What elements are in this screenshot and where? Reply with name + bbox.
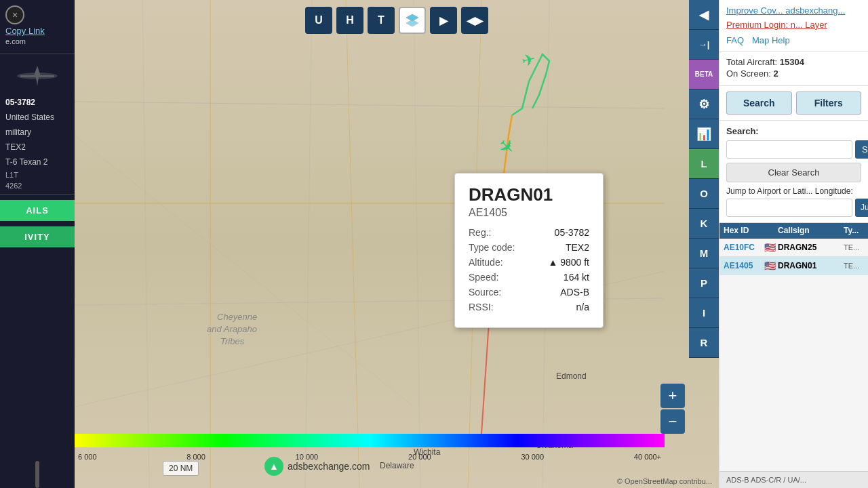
sidebar-category: military [0, 125, 75, 140]
faq-link[interactable]: FAQ [726, 35, 744, 45]
popup-type-value: TEX2 [566, 242, 589, 253]
cell-type-1: TE... [844, 262, 864, 270]
popup-speed-row: Speed: 164 kt [469, 272, 589, 283]
jump-button[interactable]: Jum... [855, 199, 868, 217]
activity-button[interactable]: IVITY [0, 226, 75, 247]
popup-rssi-value: n/a [576, 302, 589, 312]
chart-button[interactable]: 📊 [689, 119, 719, 149]
clear-search-button[interactable]: Clear Search [726, 163, 861, 182]
popup-speed-label: Speed: [469, 272, 530, 283]
map-toolbar: U H T ▶ ◀▶ [305, 7, 488, 34]
popup-reg-value: 05-3782 [555, 227, 589, 238]
svg-line-12 [414, 0, 420, 488]
layers-button[interactable] [399, 7, 426, 34]
col-hexid-header: Hex ID [724, 226, 764, 235]
on-screen-value: 2 [773, 68, 778, 79]
sidebar-layer: L1T [0, 169, 75, 180]
panel-links: FAQ Map Help [726, 35, 861, 45]
filters-tab-button[interactable]: Filters [796, 92, 862, 115]
svg-line-8 [75, 102, 665, 108]
jump-label: Jump to Airport or Lati... Longitude: [726, 186, 861, 196]
settings-button[interactable]: ⚙ [689, 89, 719, 119]
aircraft-table-body: AE10FC 🇺🇸 DRAGN25 TE... AE1405 🇺🇸 DRAGN0… [719, 239, 868, 275]
popup-type-label: Type code: [469, 242, 530, 253]
alt-label-3: 20 000 [408, 453, 431, 461]
h-button[interactable]: H [336, 7, 363, 34]
zoom-in-button[interactable]: + [660, 384, 685, 408]
close-button[interactable]: × [5, 5, 24, 24]
on-screen-stat: On Screen: 2 [726, 68, 861, 79]
svg-line-10 [142, 0, 149, 488]
panel-search-section: Search: Sea... Clear Search Jump to Airp… [719, 121, 868, 223]
right-panel-header: Improve Cov... adsbexchang... Premium Lo… [719, 0, 868, 52]
svg-marker-1 [34, 66, 41, 76]
popup-reg-label: Reg.: [469, 227, 530, 238]
cell-hexid-0: AE10FC [724, 243, 764, 252]
popup-alt-label: Altitude: [469, 257, 530, 268]
total-aircraft-stat: Total Aircraft: 15304 [726, 57, 861, 67]
map-attribution: © OpenStreetMap contribu... [617, 477, 712, 485]
adsb-logo-text: adsbexchange.com [288, 461, 370, 472]
search-input[interactable] [726, 140, 852, 159]
popup-rssi-row: RSSI: n/a [469, 302, 589, 312]
forward-button[interactable]: ▶ [430, 7, 457, 34]
svg-marker-3 [36, 77, 39, 86]
l-nav-button[interactable]: L [689, 149, 719, 179]
alt-label-5: 40 000+ [634, 453, 661, 461]
col-type-header: Ty... [844, 226, 864, 235]
cell-type-0: TE... [844, 243, 864, 251]
map-help-link[interactable]: Map Help [752, 35, 790, 45]
popup-source-value: ADS-B [560, 287, 589, 298]
jump-input[interactable] [726, 199, 852, 217]
zoom-controls: + − [660, 384, 685, 434]
adsb-logo-icon: ▲ [264, 457, 283, 476]
details-button[interactable]: AILS [0, 200, 75, 221]
svg-line-15 [75, 136, 414, 407]
k-nav-button[interactable]: K [689, 209, 719, 239]
alt-label-4: 30 000 [521, 453, 544, 461]
svg-line-11 [305, 0, 312, 488]
aircraft-table-header: Hex ID Callsign Ty... [719, 223, 868, 239]
cell-callsign-1: DRAGN01 [778, 261, 844, 270]
svg-rect-2 [20, 75, 54, 77]
cell-flag-1: 🇺🇸 [764, 260, 778, 271]
back-nav-button[interactable]: ◀ [689, 0, 719, 30]
table-row[interactable]: AE10FC 🇺🇸 DRAGN25 TE... [719, 239, 868, 257]
alt-label-0: 6 000 [78, 453, 97, 461]
col-flag-header [764, 226, 778, 235]
sidebar-divider2 [0, 194, 75, 195]
premium-login-link[interactable]: Premium Login: n... Layer [726, 20, 861, 31]
i-nav-button[interactable]: I [689, 298, 719, 328]
panel-stats: Total Aircraft: 15304 On Screen: 2 [719, 52, 868, 86]
aircraft-image [14, 62, 61, 89]
map-area[interactable]: ✈ ✈ ✈ U H T ▶ ◀▶ ◀ →| BETA ⚙ 📊 L O K M P… [75, 0, 719, 488]
popup-alt-row: Altitude: ▲ 9800 ft [469, 257, 589, 268]
popup-reg-row: Reg.: 05-3782 [469, 227, 589, 238]
beta-nav-button[interactable]: BETA [689, 60, 719, 89]
cell-flag-0: 🇺🇸 [764, 242, 778, 253]
t-button[interactable]: T [368, 7, 395, 34]
search-section-label: Search: [726, 126, 861, 136]
scale-indicator: 20 NM [163, 461, 199, 476]
o-nav-button[interactable]: O [689, 179, 719, 209]
sidebar-scrollbar[interactable] [35, 461, 39, 488]
search-row: Sea... [726, 140, 861, 159]
search-button[interactable]: Sea... [855, 140, 868, 159]
zoom-out-button[interactable]: − [660, 409, 685, 434]
search-tab-button[interactable]: Search [726, 92, 792, 115]
right-panel: Improve Cov... adsbexchang... Premium Lo… [719, 0, 868, 488]
altitude-bar [75, 434, 665, 447]
improve-coverage-link[interactable]: Improve Cov... adsbexchang... [726, 5, 861, 17]
arrows-button[interactable]: ◀▶ [461, 7, 488, 34]
m-nav-button[interactable]: M [689, 239, 719, 268]
aircraft-popup: DRAGN01 AE1405 Reg.: 05-3782 Type code: … [454, 173, 604, 328]
popup-hex: AE1405 [469, 207, 589, 219]
table-row[interactable]: AE1405 🇺🇸 DRAGN01 TE... [719, 257, 868, 275]
r-nav-button[interactable]: R [689, 328, 719, 358]
col-callsign-header: Callsign [778, 226, 844, 235]
svg-marker-17 [406, 20, 418, 26]
popup-source-row: Source: ADS-B [469, 287, 589, 298]
u-button[interactable]: U [305, 7, 332, 34]
p-nav-button[interactable]: P [689, 268, 719, 298]
login-nav-button[interactable]: →| [689, 30, 719, 60]
